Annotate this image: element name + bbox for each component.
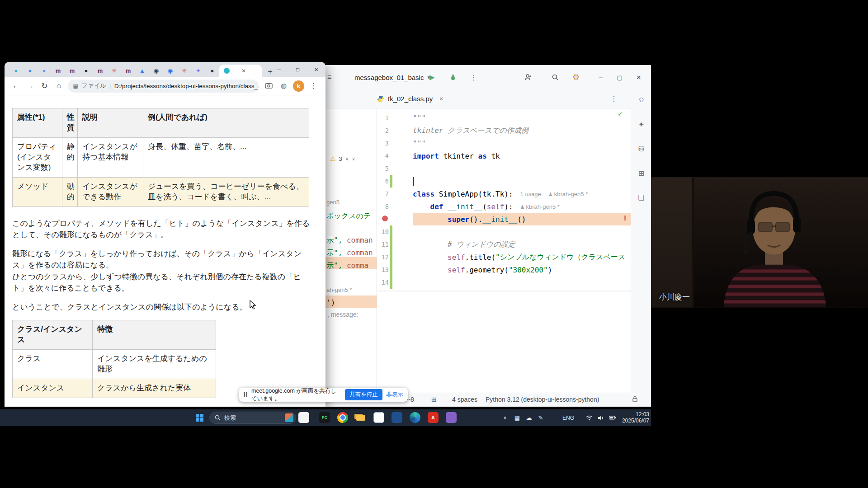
tab-circle-lightblue-icon[interactable]: ● <box>37 65 51 77</box>
chrome-menu-button[interactable]: ⋮ <box>306 82 321 90</box>
code-line[interactable]: 11 # ウィンドウの設定 <box>377 238 631 251</box>
code-line[interactable]: 1""" <box>377 112 631 124</box>
pen-icon[interactable]: ✎ <box>535 409 546 426</box>
pycharm-maximize-button[interactable]: ▢ <box>610 74 629 81</box>
indent-status[interactable]: 4 spaces <box>452 396 477 403</box>
tab-circle-teal-icon[interactable]: ● <box>9 65 23 77</box>
widgets-tray-icon[interactable]: ▦ <box>512 409 523 426</box>
author-inlay-hint[interactable]: kbrah-gen5 * <box>548 191 588 197</box>
main-menu-icon[interactable]: ≡ <box>327 73 331 81</box>
code-line[interactable]: 8 def __init__(self):kbrah-gen5 * <box>377 200 631 213</box>
code-line[interactable]: 3""" <box>377 137 631 150</box>
code-line[interactable]: 6 <box>377 175 631 188</box>
chrome-minimize-button[interactable]: ─ <box>270 66 288 73</box>
tab-m-site-icon[interactable]: m <box>121 65 135 77</box>
acrobat-icon[interactable]: A <box>428 412 439 423</box>
tab-circle-blue-dot-icon[interactable]: ◉ <box>163 65 177 77</box>
run-button[interactable]: ▶ <box>429 73 435 81</box>
edge-icon[interactable] <box>410 412 420 423</box>
usages-inlay-hint[interactable]: 1 usage <box>520 191 541 197</box>
forward-button[interactable]: → <box>23 81 37 90</box>
extension-icon[interactable]: ◍ <box>276 82 291 90</box>
tab-m-site-icon[interactable]: m <box>51 65 65 77</box>
hide-banner-link[interactable]: 非表示 <box>387 391 404 399</box>
chevron-up-icon[interactable]: ∧ <box>345 156 349 161</box>
active-tab[interactable]: ✕ <box>219 65 262 77</box>
close-tab-icon[interactable]: ✕ <box>241 68 246 74</box>
reload-button[interactable]: ↻ <box>38 81 52 91</box>
hidden-icons-chevron[interactable]: ∧ <box>499 409 511 426</box>
purple-app-icon[interactable] <box>446 412 457 423</box>
code-line[interactable]: 2tkinter クラスベースでの作成例 <box>377 124 631 137</box>
omnibox[interactable]: ▤ ファイル | D:/projects/lessons/desktop-ui-… <box>68 80 259 93</box>
invite-user-button[interactable] <box>524 74 532 81</box>
tab-triangle-icon[interactable]: ▲ <box>135 65 149 77</box>
volume-icon[interactable] <box>596 409 606 426</box>
start-button[interactable] <box>194 412 205 423</box>
chrome-maximize-button[interactable]: □ <box>288 66 307 73</box>
taskbar-search-box[interactable]: 検索 <box>209 412 296 424</box>
pause-icon[interactable] <box>244 392 247 397</box>
author-inlay-hint[interactable]: kbrah-gen5 * <box>520 203 560 210</box>
url-scheme-chip[interactable]: ファイル <box>81 82 106 90</box>
interpreter-status[interactable]: Python 3.12 (desktop-ui-lessons-python) <box>486 396 599 403</box>
tab-github-icon[interactable]: ● <box>79 65 93 77</box>
plugins-icon[interactable]: ⊞ <box>631 169 651 178</box>
inspections-widget[interactable]: ⚠ 3 ∧ ∨ <box>330 155 355 162</box>
tab-circle-blue-icon[interactable]: ● <box>23 65 37 77</box>
database-icon[interactable]: ⛁ <box>631 145 651 153</box>
pycharm-icon[interactable]: PC <box>319 412 330 423</box>
code-line[interactable]: 5 <box>377 162 631 175</box>
chrome-icon[interactable] <box>337 412 348 423</box>
language-indicator[interactable]: ENG <box>561 409 576 426</box>
debug-button[interactable] <box>449 74 457 81</box>
file-explorer-icon[interactable] <box>355 412 366 423</box>
settings-button[interactable]: ⚙ <box>572 72 580 82</box>
code-line[interactable]: 7class SimpleApp(tk.Tk):1 usagekbrah-gen… <box>377 188 631 200</box>
tab-m-site-icon[interactable]: m <box>65 65 79 77</box>
status-widget-icon[interactable]: ⊞ <box>431 396 437 403</box>
search-everywhere-button[interactable] <box>549 74 559 81</box>
chevron-down-icon[interactable]: ∨ <box>352 156 355 161</box>
tab-sparkle-icon[interactable]: ✦ <box>191 65 205 77</box>
comments-icon[interactable]: ❏ <box>631 193 651 202</box>
more-actions-button[interactable]: ⋮ <box>470 73 477 82</box>
chrome-close-button[interactable]: ✕ <box>307 66 326 73</box>
bing-daily-thumbnail[interactable] <box>285 413 293 422</box>
pycharm-close-button[interactable]: ✕ <box>629 74 648 81</box>
home-button[interactable]: ⌂ <box>52 81 66 90</box>
editor-tab[interactable]: tk_02_class.py ✕ <box>377 95 443 103</box>
copilot-icon[interactable] <box>298 412 309 423</box>
profile-avatar[interactable]: k <box>293 80 304 92</box>
screenshot-extension-icon[interactable] <box>261 82 276 90</box>
close-tab-icon[interactable]: ✕ <box>439 96 443 102</box>
url-text[interactable]: D:/projects/lessons/desktop-ui-lessons-p… <box>114 83 259 89</box>
pycharm-minimize-button[interactable]: ─ <box>591 74 610 81</box>
tab-starburst-icon[interactable]: ✳ <box>107 65 121 77</box>
network-icon[interactable] <box>584 409 594 426</box>
breakpoint-dot[interactable] <box>382 216 388 221</box>
project-selector[interactable]: messagebox_01_basic▼ <box>354 74 431 81</box>
tab-options-button[interactable]: ⋮ <box>610 94 618 103</box>
notepad-icon[interactable] <box>373 412 384 423</box>
webcam-tile[interactable]: 小川慶一 <box>651 177 868 308</box>
tab-starburst-icon[interactable]: ✳ <box>177 65 191 77</box>
tab-m-site-icon[interactable]: m <box>93 65 107 77</box>
tab-circle-dark2-icon[interactable]: ● <box>205 65 219 77</box>
onedrive-icon[interactable]: ☁ <box>524 409 534 426</box>
back-button[interactable]: ← <box>9 81 23 90</box>
code-line[interactable]: 13 self.geometry("300x200") <box>377 263 631 276</box>
stop-sharing-button[interactable]: 共有を停止 <box>345 389 382 400</box>
battery-icon[interactable] <box>608 409 618 426</box>
code-line[interactable]: 14 <box>377 276 631 289</box>
taskbar-clock[interactable]: 12:03 2025/06/07 <box>619 411 649 424</box>
code-line[interactable]: 12 self.title("シンプルなウィンドウ（クラスベース <box>377 251 631 263</box>
code-line[interactable]: 4import tkinter as tk <box>377 150 631 162</box>
inspections-ok-icon[interactable]: ✓ <box>618 110 623 117</box>
tab-circle-dark-icon[interactable]: ◉ <box>149 65 163 77</box>
code-line[interactable]: super().__init__() <box>377 213 631 225</box>
ai-assistant-icon[interactable]: ✦ <box>631 120 651 129</box>
code-line[interactable]: 10 <box>377 225 631 238</box>
notifications-icon[interactable]: ⍾ <box>631 96 651 104</box>
blue-app-icon[interactable] <box>392 412 402 423</box>
